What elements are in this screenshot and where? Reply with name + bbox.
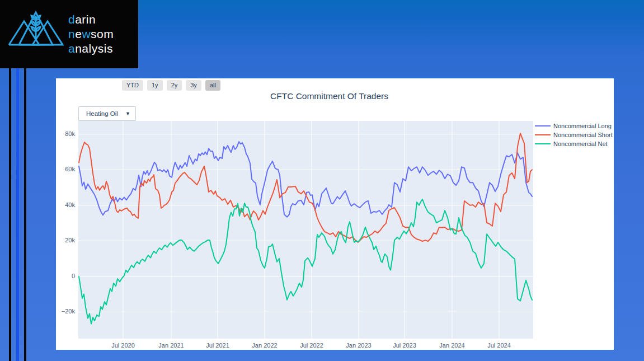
legend-item-noncommercial-net[interactable]: Noncommercial Net (535, 139, 613, 148)
x-tick-label: Jan 2023 (339, 342, 378, 349)
y-tick-label: 0 (57, 273, 75, 279)
plot-area[interactable] (78, 121, 533, 339)
range-button-1y[interactable]: 1y (147, 80, 163, 91)
range-button-all[interactable]: all (205, 80, 220, 91)
range-selector: YTD1y2y3yall (122, 80, 220, 91)
x-tick-label: Jan 2022 (245, 342, 284, 349)
legend-swatch (535, 134, 551, 135)
legend-swatch (535, 125, 551, 126)
decor-stripe-black-2 (24, 68, 26, 361)
y-tick-label: 20k (57, 237, 75, 243)
page-background: darinnewsomanalysis YTD1y2y3yall CFTC Co… (0, 0, 644, 361)
range-button-3y[interactable]: 3y (186, 80, 201, 91)
y-tick-label: 60k (57, 166, 75, 172)
legend-swatch (535, 143, 551, 144)
x-tick-label: Jul 2022 (292, 342, 331, 349)
x-tick-label: Jul 2024 (480, 342, 519, 349)
y-tick-label: 40k (57, 201, 75, 208)
legend-label: Noncommercial Net (553, 140, 608, 147)
legend-item-noncommercial-long[interactable]: Noncommercial Long (535, 121, 613, 130)
legend: Noncommercial LongNoncommercial ShortNon… (535, 121, 613, 148)
legend-label: Noncommercial Short (553, 132, 613, 138)
commodity-dropdown[interactable]: Heating Oil ▼ (78, 106, 136, 121)
chart-card: YTD1y2y3yall CFTC Commitment Of Traders … (56, 78, 614, 350)
logo: darinnewsomanalysis (0, 0, 138, 68)
range-button-ytd[interactable]: YTD (122, 80, 143, 91)
range-button-2y[interactable]: 2y (167, 80, 182, 91)
decor-stripe-black-1 (9, 68, 11, 361)
x-tick-label: Jul 2023 (385, 342, 424, 349)
legend-item-noncommercial-short[interactable]: Noncommercial Short (535, 130, 613, 139)
dropdown-value: Heating Oil (79, 110, 118, 117)
decor-stripe-blue (16, 68, 19, 361)
series-line-noncommercial-net (79, 199, 532, 324)
x-tick-label: Jan 2024 (433, 342, 472, 349)
y-tick-label: −20k (57, 308, 75, 315)
logo-text: darinnewsomanalysis (68, 12, 114, 56)
x-tick-label: Jul 2021 (198, 342, 237, 349)
series-line-noncommercial-short (79, 133, 532, 242)
y-tick-label: 80k (57, 130, 75, 137)
x-tick-label: Jul 2020 (104, 342, 143, 349)
chevron-down-icon: ▼ (125, 111, 130, 116)
mountains-wheat-icon (7, 9, 65, 47)
chart-title: CFTC Commitment Of Traders (56, 91, 603, 101)
legend-label: Noncommercial Long (553, 123, 612, 129)
x-tick-label: Jan 2021 (152, 342, 191, 349)
